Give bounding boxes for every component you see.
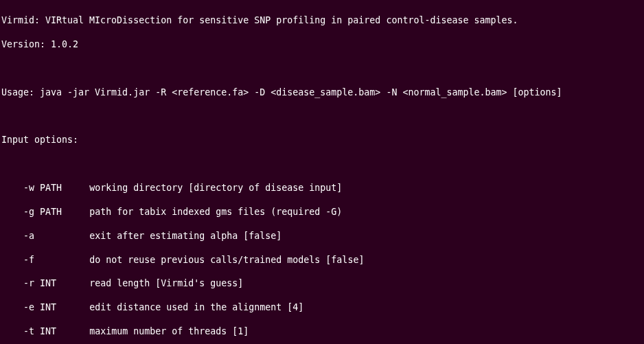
usage-line: Usage: java -jar Virmid.jar -R <referenc… <box>1 87 643 98</box>
option-row: -g PATH path for tabix indexed gms files… <box>1 206 643 218</box>
option-flag: -a <box>23 231 34 241</box>
terminal-output: Virmid: VIRtual MIcroDissection for sens… <box>0 0 644 344</box>
option-arg: INT <box>40 326 67 336</box>
app-title: Virmid: VIRtual MIcroDissection for sens… <box>1 14 643 26</box>
option-arg <box>40 231 67 241</box>
option-arg: INT <box>40 278 67 288</box>
section-heading-input: Input options: <box>1 134 643 146</box>
option-arg <box>40 255 67 265</box>
option-desc: do not reuse previous calls/trained mode… <box>89 255 364 265</box>
app-version: Version: 1.0.2 <box>1 38 643 50</box>
option-desc: working directory [directory of disease … <box>89 183 342 193</box>
option-arg: PATH <box>40 207 67 217</box>
option-arg: INT <box>40 302 67 312</box>
option-flag: -f <box>23 255 34 265</box>
option-row: -r INT read length [Virmid's guess] <box>1 277 643 289</box>
blank-line <box>1 158 643 170</box>
blank-line <box>1 111 643 122</box>
option-row: -f do not reuse previous calls/trained m… <box>1 254 643 266</box>
option-row: -a exit after estimating alpha [false] <box>1 230 643 242</box>
option-desc: edit distance used in the alignment [4] <box>89 302 303 312</box>
option-row: -w PATH working directory [directory of … <box>1 182 643 194</box>
option-arg: PATH <box>40 183 67 193</box>
option-desc: path for tabix indexed gms files (requir… <box>89 207 342 217</box>
option-flag: -e <box>23 302 34 312</box>
option-flag: -g <box>23 207 34 217</box>
option-flag: -w <box>23 183 34 193</box>
option-row: -t INT maximum number of threads [1] <box>1 325 643 337</box>
option-desc: maximum number of threads [1] <box>89 326 249 336</box>
option-desc: exit after estimating alpha [false] <box>89 231 281 241</box>
option-flag: -r <box>23 278 34 288</box>
option-desc: read length [Virmid's guess] <box>89 278 243 288</box>
option-flag: -t <box>23 326 34 336</box>
blank-line <box>1 62 643 74</box>
option-row: -e INT edit distance used in the alignme… <box>1 301 643 313</box>
